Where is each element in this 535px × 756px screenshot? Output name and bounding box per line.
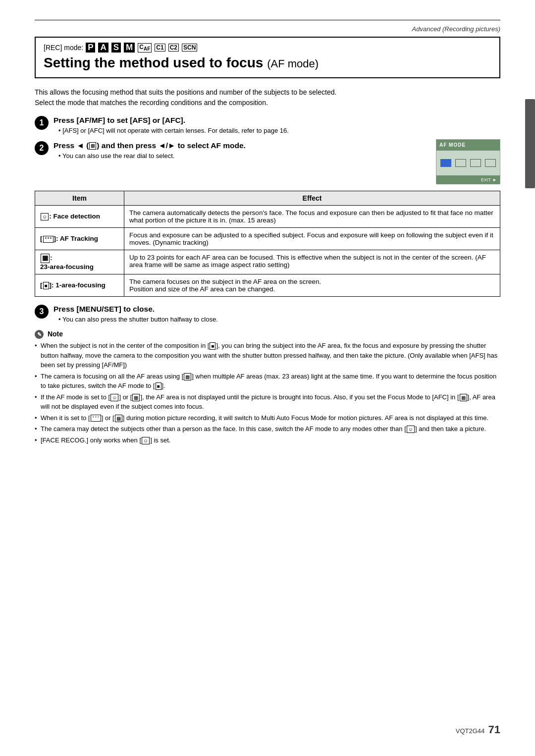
step-2-text: Press ◄ (⊞) and then press ◄/► to select… xyxy=(54,141,426,160)
mode-badge-m: M xyxy=(124,43,135,53)
single-area-icon: ■ xyxy=(43,282,49,289)
mode-badge-p: P xyxy=(86,43,95,53)
section-caption: Advanced (Recording pictures) xyxy=(35,25,500,33)
note-multi-icon-2: ▦ xyxy=(132,394,140,401)
model-number: VQT2G44 xyxy=(456,727,485,735)
exit-label: EXIT xyxy=(481,177,491,182)
screen-top-bar: AF MODE xyxy=(436,140,500,151)
table-row: [■]: 1-area-focusing The camera focuses … xyxy=(35,274,500,296)
screen-box-4 xyxy=(485,159,496,167)
note-item-3: If the AF mode is set to [☺] or [▦], the… xyxy=(35,392,500,412)
table-cell-effect-1: The camera automatically detects the per… xyxy=(124,205,500,227)
note-item-5: The camera may detect the subjects other… xyxy=(35,424,500,434)
table-row: [⁺⁺⁺]: AF Tracking Focus and exposure ca… xyxy=(35,227,500,250)
table-cell-effect-4: The camera focuses on the subject in the… xyxy=(124,274,500,296)
note-multi-icon-3: ▦ xyxy=(460,394,467,401)
camera-screen-preview: AF MODE EXIT ► xyxy=(436,139,500,184)
step-2-row: Press ◄ (⊞) and then press ◄/► to select… xyxy=(54,141,500,184)
mode-badge-c1: C1 xyxy=(155,44,165,52)
step-2: 2 Press ◄ (⊞) and then press ◄/► to sele… xyxy=(35,141,500,184)
step-3-content: Press [MENU/SET] to close. • You can als… xyxy=(54,305,500,323)
mode-badge-caf: CAF xyxy=(138,43,152,53)
table-cell-effect-3: Up to 23 points for each AF area can be … xyxy=(124,250,500,274)
step-3-note: • You can also press the shutter button … xyxy=(58,316,500,323)
note-icon: ✎ xyxy=(35,330,44,339)
table-cell-effect-2: Focus and exposure can be adjusted to a … xyxy=(124,227,500,250)
scrollbar[interactable] xyxy=(525,99,535,188)
note-single-icon-2: ■ xyxy=(156,382,161,390)
table-header-effect: Effect xyxy=(124,191,500,205)
multi-area-icon: ▦ xyxy=(41,254,50,263)
mode-badge-scn: SCN xyxy=(182,44,197,52)
screen-body xyxy=(436,151,500,175)
step-3-num: 3 xyxy=(35,305,49,319)
step-2-num: 2 xyxy=(35,141,49,155)
step-2-content: Press ◄ (⊞) and then press ◄/► to select… xyxy=(54,141,500,184)
top-divider xyxy=(35,20,500,20)
note-section: ✎ Note When the subject is not in the ce… xyxy=(35,330,500,445)
note-multi-icon: ▦ xyxy=(184,373,191,380)
af-modes-table: Item Effect ☺: Face detection The camera… xyxy=(35,191,500,297)
table-cell-item-2: [⁺⁺⁺]: AF Tracking xyxy=(35,227,124,250)
step-1-title: Press [AF/MF] to set [AFS] or [AFC]. xyxy=(54,116,500,125)
note-multi-icon-4: ▦ xyxy=(115,415,122,422)
table-row: ▦:23-area-focusing Up to 23 points for e… xyxy=(35,250,500,274)
step-3-title: Press [MENU/SET] to close. xyxy=(54,305,500,314)
table-row: ☺: Face detection The camera automatical… xyxy=(35,205,500,227)
step-3: 3 Press [MENU/SET] to close. • You can a… xyxy=(35,305,500,323)
note-list: When the subject is not in the center of… xyxy=(35,341,500,445)
rec-mode-label: [REC] mode: xyxy=(44,44,83,52)
step-1-note: • [AFS] or [AFC] will not operate with c… xyxy=(58,127,500,134)
table-header-item: Item xyxy=(35,191,124,205)
step-2-note: • You can also use the rear dial to sele… xyxy=(58,152,426,160)
page-footer: VQT2G44 71 xyxy=(456,723,500,736)
screen-box-1 xyxy=(440,159,451,167)
note-item-6: [FACE RECOG.] only works when [☺] is set… xyxy=(35,435,500,445)
mode-badge-s: S xyxy=(111,43,121,53)
page-title: Setting the method used to focus (AF mod… xyxy=(44,54,491,71)
screen-box-2 xyxy=(455,159,466,167)
step-1-content: Press [AF/MF] to set [AFS] or [AFC]. • [… xyxy=(54,116,500,134)
grid-icon: ⊞ xyxy=(89,142,96,150)
note-face-icon-3: ☺ xyxy=(142,437,150,444)
step-2-title: Press ◄ (⊞) and then press ◄/► to select… xyxy=(54,141,426,150)
rec-mode-line: [REC] mode: P A S M CAF C1 C2 SCN xyxy=(44,43,491,53)
table-cell-item-3: ▦:23-area-focusing xyxy=(35,250,124,274)
header-box: [REC] mode: P A S M CAF C1 C2 SCN Settin… xyxy=(35,37,500,78)
note-single-area-icon: ■ xyxy=(210,342,215,350)
table-cell-item-4: [■]: 1-area-focusing xyxy=(35,274,124,296)
note-item-2: The camera is focusing on all the AF are… xyxy=(35,372,500,391)
note-face-icon-2: ☺ xyxy=(407,426,415,433)
step-1: 1 Press [AF/MF] to set [AFS] or [AFC]. •… xyxy=(35,116,500,134)
af-tracking-icon: ⁺⁺⁺ xyxy=(43,236,54,243)
note-tracking-icon: ⁺⁺⁺ xyxy=(91,415,101,422)
note-face-icon: ☺ xyxy=(110,394,118,401)
af-mode-label: (AF mode) xyxy=(267,57,319,70)
screen-box-3 xyxy=(470,159,481,167)
note-title: ✎ Note xyxy=(35,330,500,339)
mode-badge-a: A xyxy=(98,43,108,53)
table-cell-item-1: ☺: Face detection xyxy=(35,205,124,227)
face-detection-icon: ☺ xyxy=(41,213,49,220)
af-mode-screen-label: AF MODE xyxy=(439,142,466,148)
step-1-num: 1 xyxy=(35,116,49,130)
screen-bottom-bar: EXIT ► xyxy=(436,175,500,184)
note-item-4: When it is set to [⁺⁺⁺] or [▦] during mo… xyxy=(35,413,500,423)
intro-paragraph: This allows the focusing method that sui… xyxy=(35,87,500,108)
page-number: 71 xyxy=(488,723,500,736)
note-item-1: When the subject is not in the center of… xyxy=(35,341,500,370)
mode-badge-c2: C2 xyxy=(168,44,179,52)
